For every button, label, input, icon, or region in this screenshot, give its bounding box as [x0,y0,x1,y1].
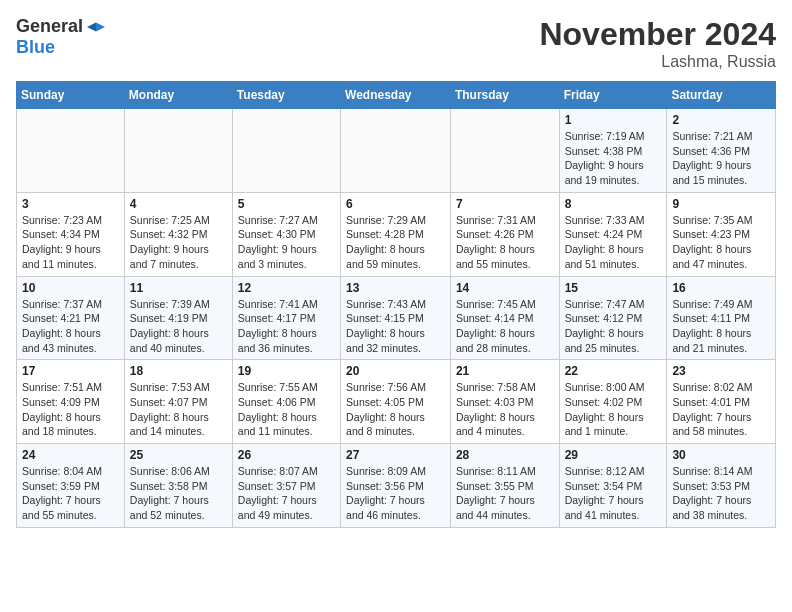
calendar-cell: 12Sunrise: 7:41 AM Sunset: 4:17 PM Dayli… [232,276,340,360]
day-number: 20 [346,364,445,378]
calendar-cell [232,109,340,193]
calendar-week-row: 3Sunrise: 7:23 AM Sunset: 4:34 PM Daylig… [17,192,776,276]
day-number: 27 [346,448,445,462]
day-number: 2 [672,113,770,127]
day-info: Sunrise: 7:49 AM Sunset: 4:11 PM Dayligh… [672,297,770,356]
calendar-cell: 21Sunrise: 7:58 AM Sunset: 4:03 PM Dayli… [450,360,559,444]
day-info: Sunrise: 7:53 AM Sunset: 4:07 PM Dayligh… [130,380,227,439]
day-info: Sunrise: 8:09 AM Sunset: 3:56 PM Dayligh… [346,464,445,523]
calendar-cell: 6Sunrise: 7:29 AM Sunset: 4:28 PM Daylig… [341,192,451,276]
calendar-table: SundayMondayTuesdayWednesdayThursdayFrid… [16,81,776,528]
calendar-week-row: 10Sunrise: 7:37 AM Sunset: 4:21 PM Dayli… [17,276,776,360]
calendar-cell: 25Sunrise: 8:06 AM Sunset: 3:58 PM Dayli… [124,444,232,528]
day-info: Sunrise: 7:37 AM Sunset: 4:21 PM Dayligh… [22,297,119,356]
calendar-cell: 7Sunrise: 7:31 AM Sunset: 4:26 PM Daylig… [450,192,559,276]
subtitle: Lashma, Russia [539,53,776,71]
day-info: Sunrise: 7:51 AM Sunset: 4:09 PM Dayligh… [22,380,119,439]
day-number: 7 [456,197,554,211]
calendar-cell: 15Sunrise: 7:47 AM Sunset: 4:12 PM Dayli… [559,276,667,360]
day-number: 5 [238,197,335,211]
svg-marker-0 [96,22,105,31]
day-info: Sunrise: 7:25 AM Sunset: 4:32 PM Dayligh… [130,213,227,272]
weekday-header-sunday: Sunday [17,82,125,109]
day-number: 24 [22,448,119,462]
calendar-cell: 18Sunrise: 7:53 AM Sunset: 4:07 PM Dayli… [124,360,232,444]
calendar-cell: 27Sunrise: 8:09 AM Sunset: 3:56 PM Dayli… [341,444,451,528]
calendar-cell: 14Sunrise: 7:45 AM Sunset: 4:14 PM Dayli… [450,276,559,360]
day-info: Sunrise: 7:55 AM Sunset: 4:06 PM Dayligh… [238,380,335,439]
calendar-cell [450,109,559,193]
day-info: Sunrise: 7:31 AM Sunset: 4:26 PM Dayligh… [456,213,554,272]
calendar-cell [124,109,232,193]
day-info: Sunrise: 7:33 AM Sunset: 4:24 PM Dayligh… [565,213,662,272]
calendar-week-row: 1Sunrise: 7:19 AM Sunset: 4:38 PM Daylig… [17,109,776,193]
day-number: 29 [565,448,662,462]
calendar-cell: 5Sunrise: 7:27 AM Sunset: 4:30 PM Daylig… [232,192,340,276]
logo-icon [87,20,105,34]
day-info: Sunrise: 7:23 AM Sunset: 4:34 PM Dayligh… [22,213,119,272]
calendar-cell: 20Sunrise: 7:56 AM Sunset: 4:05 PM Dayli… [341,360,451,444]
day-info: Sunrise: 7:39 AM Sunset: 4:19 PM Dayligh… [130,297,227,356]
calendar-cell: 8Sunrise: 7:33 AM Sunset: 4:24 PM Daylig… [559,192,667,276]
day-number: 30 [672,448,770,462]
calendar-cell: 9Sunrise: 7:35 AM Sunset: 4:23 PM Daylig… [667,192,776,276]
calendar-cell: 4Sunrise: 7:25 AM Sunset: 4:32 PM Daylig… [124,192,232,276]
calendar-cell: 2Sunrise: 7:21 AM Sunset: 4:36 PM Daylig… [667,109,776,193]
weekday-header-thursday: Thursday [450,82,559,109]
day-info: Sunrise: 7:56 AM Sunset: 4:05 PM Dayligh… [346,380,445,439]
day-number: 13 [346,281,445,295]
calendar-cell: 1Sunrise: 7:19 AM Sunset: 4:38 PM Daylig… [559,109,667,193]
weekday-header-wednesday: Wednesday [341,82,451,109]
calendar-cell: 13Sunrise: 7:43 AM Sunset: 4:15 PM Dayli… [341,276,451,360]
day-info: Sunrise: 7:21 AM Sunset: 4:36 PM Dayligh… [672,129,770,188]
day-number: 21 [456,364,554,378]
day-info: Sunrise: 8:11 AM Sunset: 3:55 PM Dayligh… [456,464,554,523]
day-number: 26 [238,448,335,462]
day-number: 12 [238,281,335,295]
weekday-header-friday: Friday [559,82,667,109]
day-number: 17 [22,364,119,378]
day-number: 23 [672,364,770,378]
day-info: Sunrise: 7:19 AM Sunset: 4:38 PM Dayligh… [565,129,662,188]
calendar-cell [17,109,125,193]
day-info: Sunrise: 8:04 AM Sunset: 3:59 PM Dayligh… [22,464,119,523]
weekday-header-saturday: Saturday [667,82,776,109]
calendar-cell: 22Sunrise: 8:00 AM Sunset: 4:02 PM Dayli… [559,360,667,444]
day-info: Sunrise: 7:27 AM Sunset: 4:30 PM Dayligh… [238,213,335,272]
calendar-cell: 26Sunrise: 8:07 AM Sunset: 3:57 PM Dayli… [232,444,340,528]
day-info: Sunrise: 7:45 AM Sunset: 4:14 PM Dayligh… [456,297,554,356]
day-info: Sunrise: 8:06 AM Sunset: 3:58 PM Dayligh… [130,464,227,523]
day-info: Sunrise: 8:07 AM Sunset: 3:57 PM Dayligh… [238,464,335,523]
calendar-body: 1Sunrise: 7:19 AM Sunset: 4:38 PM Daylig… [17,109,776,528]
calendar-cell: 16Sunrise: 7:49 AM Sunset: 4:11 PM Dayli… [667,276,776,360]
day-info: Sunrise: 8:00 AM Sunset: 4:02 PM Dayligh… [565,380,662,439]
calendar-cell [341,109,451,193]
day-number: 16 [672,281,770,295]
logo-blue-text: Blue [16,37,55,57]
calendar-header: SundayMondayTuesdayWednesdayThursdayFrid… [17,82,776,109]
calendar-cell: 17Sunrise: 7:51 AM Sunset: 4:09 PM Dayli… [17,360,125,444]
day-info: Sunrise: 7:35 AM Sunset: 4:23 PM Dayligh… [672,213,770,272]
day-number: 8 [565,197,662,211]
day-number: 3 [22,197,119,211]
day-info: Sunrise: 7:29 AM Sunset: 4:28 PM Dayligh… [346,213,445,272]
day-number: 25 [130,448,227,462]
main-title: November 2024 [539,16,776,53]
day-number: 19 [238,364,335,378]
day-info: Sunrise: 7:47 AM Sunset: 4:12 PM Dayligh… [565,297,662,356]
header: General Blue November 2024 Lashma, Russi… [16,16,776,71]
logo-general-text: General [16,16,83,37]
calendar-cell: 24Sunrise: 8:04 AM Sunset: 3:59 PM Dayli… [17,444,125,528]
day-number: 15 [565,281,662,295]
weekday-header-row: SundayMondayTuesdayWednesdayThursdayFrid… [17,82,776,109]
calendar-cell: 30Sunrise: 8:14 AM Sunset: 3:53 PM Dayli… [667,444,776,528]
calendar-week-row: 17Sunrise: 7:51 AM Sunset: 4:09 PM Dayli… [17,360,776,444]
day-info: Sunrise: 7:41 AM Sunset: 4:17 PM Dayligh… [238,297,335,356]
calendar-cell: 28Sunrise: 8:11 AM Sunset: 3:55 PM Dayli… [450,444,559,528]
weekday-header-monday: Monday [124,82,232,109]
calendar-cell: 29Sunrise: 8:12 AM Sunset: 3:54 PM Dayli… [559,444,667,528]
day-number: 1 [565,113,662,127]
calendar-cell: 23Sunrise: 8:02 AM Sunset: 4:01 PM Dayli… [667,360,776,444]
calendar-cell: 10Sunrise: 7:37 AM Sunset: 4:21 PM Dayli… [17,276,125,360]
day-number: 28 [456,448,554,462]
